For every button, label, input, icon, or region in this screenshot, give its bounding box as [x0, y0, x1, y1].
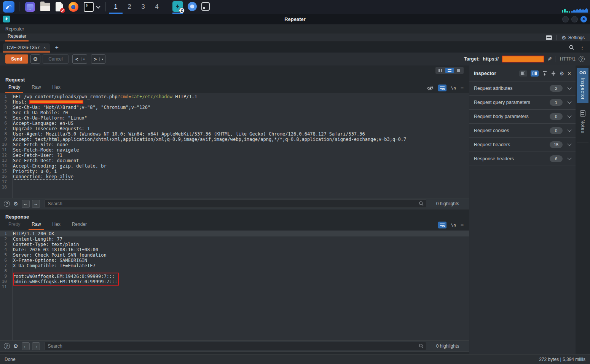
- close-inspector-icon[interactable]: ×: [568, 70, 571, 77]
- editor-line[interactable]: 1HTTP/1.1 200 OK: [0, 231, 469, 236]
- response-editor[interactable]: 1HTTP/1.1 200 OK2Content-Length: 773Cont…: [0, 230, 469, 340]
- editor-line[interactable]: 2Content-Length: 77: [0, 236, 469, 242]
- tab-cve-2026-1357[interactable]: CVE-2026-1357 ×: [3, 43, 50, 53]
- cancel-button[interactable]: Cancel: [43, 54, 69, 64]
- search-input[interactable]: [45, 342, 426, 350]
- expand-all-icon[interactable]: [542, 71, 547, 76]
- launcher-window-app[interactable]: ...: [25, 2, 35, 12]
- launcher-files[interactable]: [40, 3, 50, 11]
- request-editor[interactable]: 1GET /wp-content/uploads/pwn_remote.php?…: [0, 93, 469, 198]
- editor-line[interactable]: 8: [0, 268, 469, 274]
- editor-line[interactable]: 4Sec-Ch-Ua-Mobile: ?0: [0, 110, 469, 115]
- launcher-text-editor[interactable]: [56, 2, 63, 11]
- dropdown-arrow-icon[interactable]: ▾: [81, 57, 87, 61]
- editor-line[interactable]: 9Accept: text/html,application/xhtml+xml…: [0, 137, 469, 142]
- editor-menu-icon[interactable]: ≡: [461, 222, 464, 228]
- request-settings-button[interactable]: ⚙: [30, 54, 40, 64]
- editor-line[interactable]: 18: [0, 185, 469, 190]
- search-icon[interactable]: [569, 45, 574, 50]
- inspector-section-query-parameters[interactable]: Request query parameters 1: [469, 96, 576, 110]
- editor-line[interactable]: 12Sec-Fetch-User: ?1: [0, 153, 469, 158]
- rows-layout-button[interactable]: [445, 68, 454, 73]
- editor-line[interactable]: 6Accept-Language: en-US: [0, 121, 469, 126]
- editor-line[interactable]: 3Sec-Ch-Ua: "Not/A)Brand";v="8", "Chromi…: [0, 105, 469, 110]
- tab-hex[interactable]: Hex: [49, 83, 63, 93]
- next-match-button[interactable]: →: [32, 200, 40, 208]
- help-icon[interactable]: ?: [4, 201, 10, 207]
- tab-repeater[interactable]: Repeater: [5, 33, 29, 42]
- system-tray-monitor[interactable]: [562, 7, 588, 13]
- launcher-terminal[interactable]: $_: [84, 2, 100, 12]
- window-titlebar[interactable]: Repeater ×: [0, 14, 590, 24]
- hide-icon[interactable]: [427, 86, 434, 91]
- editor-line[interactable]: 7Upgrade-Insecure-Requests: 1: [0, 126, 469, 131]
- collapse-all-icon[interactable]: [551, 71, 556, 76]
- http-version-label[interactable]: HTTP/1: [560, 56, 576, 62]
- single-pane-button[interactable]: [454, 68, 463, 73]
- editor-line[interactable]: 17: [0, 179, 469, 185]
- dock-right-button[interactable]: [531, 70, 539, 77]
- tab-hex[interactable]: Hex: [49, 220, 63, 230]
- workspace-3[interactable]: 3: [136, 0, 150, 14]
- editor-line[interactable]: 1GET /wp-content/uploads/pwn_remote.php?…: [0, 94, 469, 99]
- workspace-4[interactable]: 4: [150, 0, 164, 14]
- dock-left-button[interactable]: [519, 70, 527, 77]
- editor-line[interactable]: 11Sec-Fetch-Mode: navigate: [0, 147, 469, 153]
- inspector-section-response-headers[interactable]: Response headers 6: [469, 152, 576, 166]
- layout-icon[interactable]: [546, 35, 552, 40]
- search-settings-icon[interactable]: ⚙: [13, 201, 18, 206]
- next-match-button[interactable]: →: [32, 342, 40, 350]
- kali-menu-button[interactable]: [3, 1, 14, 13]
- search-input[interactable]: [45, 200, 426, 208]
- help-icon[interactable]: ?: [4, 343, 10, 349]
- editor-line[interactable]: 5Sec-Ch-Ua-Platform: "Linux": [0, 115, 469, 121]
- minimize-button[interactable]: [562, 16, 569, 22]
- editor-line[interactable]: 14Accept-Encoding: gzip, deflate, br: [0, 163, 469, 169]
- workspace-2[interactable]: 2: [123, 0, 136, 14]
- editor-line[interactable]: 8User-Agent: Mozilla/5.0 (Windows NT 10.…: [0, 131, 469, 137]
- settings-button[interactable]: ⚙ Settings: [561, 35, 585, 40]
- word-wrap-icon[interactable]: [438, 222, 446, 228]
- dropdown-arrow-icon[interactable]: ▾: [99, 57, 105, 61]
- menu-repeater[interactable]: Repeater: [5, 26, 24, 32]
- send-button[interactable]: Send: [5, 54, 28, 64]
- prev-match-button[interactable]: ←: [22, 342, 30, 350]
- edit-target-icon[interactable]: ✎: [547, 56, 552, 62]
- inspector-section-request-attributes[interactable]: Request attributes 2: [469, 81, 576, 96]
- workspace-1[interactable]: 1: [109, 0, 123, 14]
- editor-line[interactable]: 5Server: Check Point SVN foundation: [0, 252, 469, 258]
- prev-match-button[interactable]: ←: [22, 200, 30, 208]
- inspector-section-request-headers[interactable]: Request headers 15: [469, 138, 576, 152]
- search-settings-icon[interactable]: ⚙: [13, 343, 18, 349]
- editor-line[interactable]: 3Content-Type: text/plain: [0, 242, 469, 247]
- editor-line[interactable]: 15Priority: u=0, i: [0, 169, 469, 174]
- editor-menu-icon[interactable]: ≡: [461, 85, 464, 91]
- task-burp-suite[interactable]: 2: [172, 0, 183, 14]
- launcher-firefox[interactable]: [69, 2, 78, 12]
- editor-line[interactable]: 6X-Frame-Options: SAMEORIGIN: [0, 258, 469, 263]
- editor-line[interactable]: 9root:wW0sffoqsk.EM:19426:0:99999:7:::: [0, 274, 469, 279]
- side-tab-notes[interactable]: Notes: [577, 107, 588, 136]
- editor-line[interactable]: 13Sec-Fetch-Dest: document: [0, 158, 469, 163]
- maximize-button[interactable]: [571, 16, 578, 22]
- inspector-settings-icon[interactable]: ⚙: [560, 71, 564, 76]
- editor-line[interactable]: 10admin:wW0sffoqsk.EM:19897:0:99999:7:::: [0, 279, 469, 284]
- newline-chars-icon[interactable]: \n: [451, 86, 456, 91]
- editor-line[interactable]: 7X-Ua-Compatible: IE=EmulateIE7: [0, 263, 469, 268]
- back-history-button[interactable]: < ▾: [72, 54, 87, 64]
- columns-layout-button[interactable]: [436, 68, 445, 73]
- tab-raw[interactable]: Raw: [29, 83, 44, 93]
- more-options-icon[interactable]: ⋮: [580, 45, 585, 50]
- editor-line[interactable]: 11: [0, 284, 469, 290]
- chevron-down-icon[interactable]: [96, 4, 100, 8]
- editor-line[interactable]: 2Host:: [0, 99, 469, 105]
- tab-raw[interactable]: Raw: [29, 220, 44, 230]
- inspector-section-cookies[interactable]: Request cookies 0: [469, 124, 576, 138]
- close-tab-icon[interactable]: ×: [43, 45, 46, 50]
- editor-line[interactable]: 4Date: 2026-03-18T08:16:31+08:00: [0, 247, 469, 252]
- tab-pretty[interactable]: Pretty: [5, 220, 23, 230]
- forward-history-button[interactable]: > ▾: [91, 54, 106, 64]
- side-tab-inspector[interactable]: Inspector: [577, 68, 588, 103]
- task-chromium[interactable]: [188, 0, 197, 14]
- editor-line[interactable]: 16Connection: keep-alive: [0, 174, 469, 179]
